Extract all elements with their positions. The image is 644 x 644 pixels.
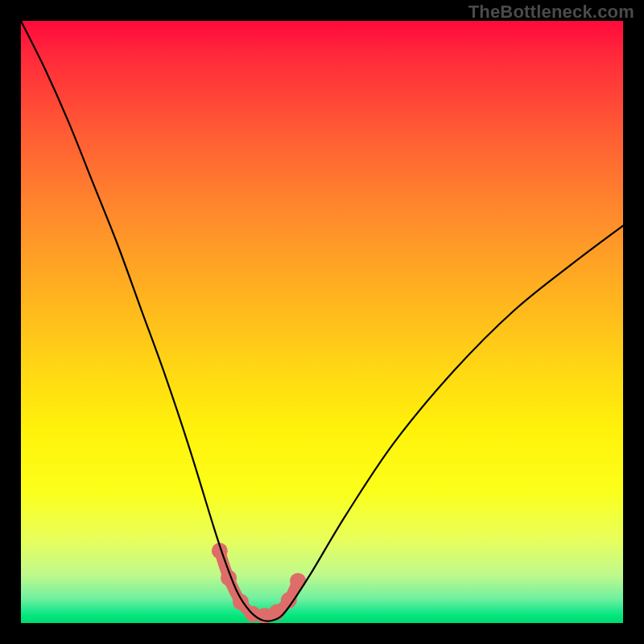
chart-frame: TheBottleneck.com: [0, 0, 644, 644]
min-marker-dot: [269, 605, 285, 621]
min-markers: [212, 543, 306, 623]
curve-layer: [21, 21, 623, 623]
plot-area: [21, 21, 623, 623]
bottleneck-curve-path: [21, 21, 623, 621]
watermark-text: TheBottleneck.com: [469, 2, 634, 23]
